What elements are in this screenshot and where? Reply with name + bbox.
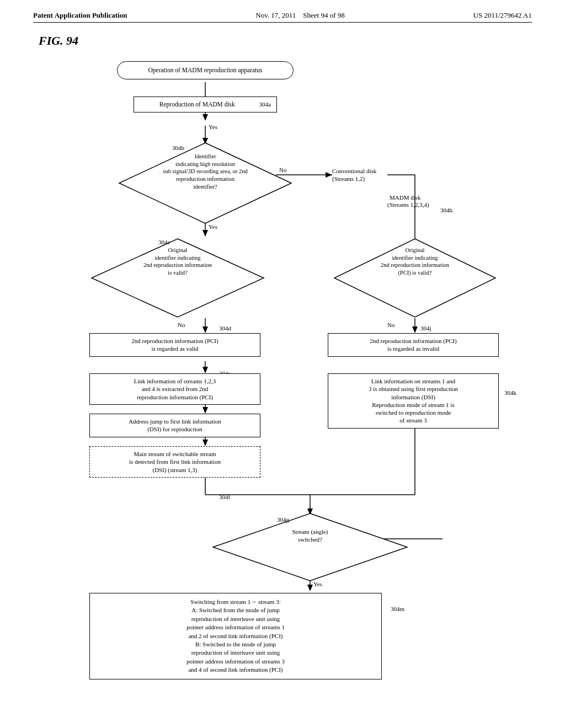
svg-marker-2 bbox=[202, 114, 208, 121]
svg-text:(Streams 1,2,3,4): (Streams 1,2,3,4) bbox=[387, 201, 429, 208]
header-sheet: Sheet 94 of 98 bbox=[303, 11, 344, 19]
svg-marker-32 bbox=[202, 440, 208, 446]
page: Patent Application Publication Nov. 17, … bbox=[0, 0, 565, 728]
svg-text:Yes: Yes bbox=[209, 124, 217, 130]
node-304e: Link information of streams 1,2,3and 4 i… bbox=[89, 373, 260, 405]
svg-marker-11 bbox=[326, 172, 332, 178]
node-304j: 2nd reproduction information (PCI)is reg… bbox=[328, 333, 499, 357]
svg-marker-42 bbox=[307, 585, 313, 591]
header-patent: US 2011/279642 A1 bbox=[473, 11, 532, 20]
header-publication: Patent Application Publication bbox=[33, 11, 127, 20]
node-addr-jump: Address jump to first link information(D… bbox=[89, 414, 260, 437]
svg-marker-25 bbox=[412, 326, 418, 333]
node-304g-text: 304g Stream (angle)switched? bbox=[260, 528, 360, 544]
start-label: Operation of MADM reproduction apparatus bbox=[148, 67, 263, 73]
svg-marker-8 bbox=[202, 230, 208, 237]
node-304a-ref: 304a bbox=[259, 100, 271, 108]
page-header: Patent Application Publication Nov. 17, … bbox=[33, 11, 532, 23]
header-date-sheet: Nov. 17, 2011 Sheet 94 of 98 bbox=[255, 11, 345, 20]
node-304h2-text: Originalidentifier indicating2nd reprodu… bbox=[354, 247, 476, 277]
node-304c-text: 304c Originalidentifier indicating2nd re… bbox=[114, 247, 241, 277]
svg-text:No: No bbox=[387, 322, 395, 328]
node-304a: Reproduction of MADM disk 304a bbox=[134, 97, 277, 113]
fig-title: FIG. 94 bbox=[39, 34, 532, 48]
svg-marker-47 bbox=[213, 513, 407, 581]
node-304g-diamond bbox=[211, 511, 409, 583]
node-304d: 2nd reproduction information (PCI)is reg… bbox=[89, 333, 260, 357]
node-304b-text: 304b Identifierindicating high resolutio… bbox=[145, 153, 266, 190]
flowchart-diagram: Yes Yes No MADM disk (Streams 1,2,3,4) 3… bbox=[45, 59, 520, 699]
svg-text:No: No bbox=[178, 322, 185, 328]
node-main-stream: Main stream of switchable streamis detec… bbox=[89, 446, 260, 478]
node-304b-container: 304b Identifierindicating high resolutio… bbox=[117, 141, 294, 226]
svg-marker-30 bbox=[202, 407, 208, 414]
node-304a-label: Reproduction of MADM disk bbox=[140, 100, 255, 109]
header-date: Nov. 17, 2011 bbox=[255, 11, 296, 19]
svg-text:304d: 304d bbox=[219, 325, 232, 331]
svg-text:304j: 304j bbox=[420, 325, 431, 331]
node-304g-container: 304g Stream (angle)switched? bbox=[211, 511, 409, 583]
node-304m-ref: 304m bbox=[391, 605, 404, 613]
svg-marker-20 bbox=[202, 326, 208, 333]
svg-marker-28 bbox=[202, 367, 208, 373]
svg-text:304h: 304h bbox=[440, 207, 453, 213]
node-304h2-container: Originalidentifier indicating2nd reprodu… bbox=[332, 237, 498, 319]
svg-text:MADM disk: MADM disk bbox=[390, 194, 421, 201]
svg-text:304f: 304f bbox=[219, 494, 231, 500]
start-oval: Operation of MADM reproduction apparatus bbox=[117, 61, 294, 79]
conv-disk-label: Conventional disk(Streams 1,2) bbox=[332, 167, 431, 183]
node-304m: Switching from stream 1→ stream 3: A: Sw… bbox=[89, 593, 382, 679]
node-304c-container: 304c Originalidentifier indicating2nd re… bbox=[89, 237, 266, 319]
node-304k-ref: 304k bbox=[504, 389, 516, 397]
node-304k: Link information on streams 1 and3 is ob… bbox=[328, 373, 499, 429]
